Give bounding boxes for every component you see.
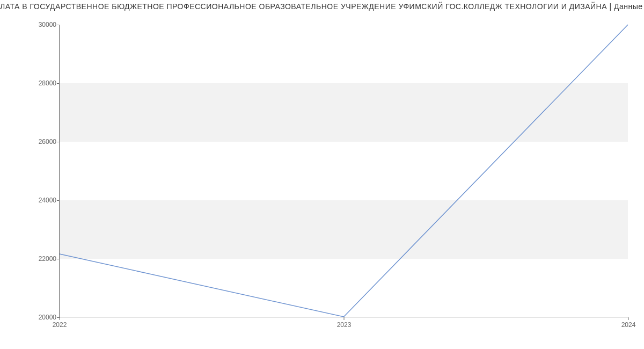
- x-tick-label: 2024: [621, 321, 636, 329]
- data-line: [60, 25, 628, 317]
- x-tick-mark: [60, 317, 60, 320]
- chart-title: ЛАТА В ГОСУДАРСТВЕННОЕ БЮДЖЕТНОЕ ПРОФЕСС…: [0, 0, 644, 11]
- y-tick-mark: [57, 259, 60, 259]
- x-tick-label: 2022: [53, 321, 67, 329]
- y-tick-label: 22000: [39, 255, 56, 263]
- x-tick-mark: [344, 317, 345, 320]
- y-tick-mark: [57, 142, 60, 142]
- line-layer: [60, 25, 628, 317]
- y-tick-label: 24000: [39, 197, 56, 204]
- y-tick-label: 26000: [39, 138, 56, 146]
- y-tick-label: 28000: [39, 79, 56, 87]
- x-tick-label: 2023: [337, 321, 352, 329]
- y-tick-label: 30000: [39, 21, 56, 28]
- y-tick-mark: [57, 200, 60, 201]
- y-tick-label: 20000: [39, 314, 56, 321]
- chart-container: 2000022000240002600028000300002022202320…: [32, 14, 633, 333]
- x-tick-mark: [628, 317, 629, 320]
- y-tick-mark: [57, 25, 60, 25]
- y-tick-mark: [57, 83, 60, 84]
- plot-area: 2000022000240002600028000300002022202320…: [59, 25, 628, 317]
